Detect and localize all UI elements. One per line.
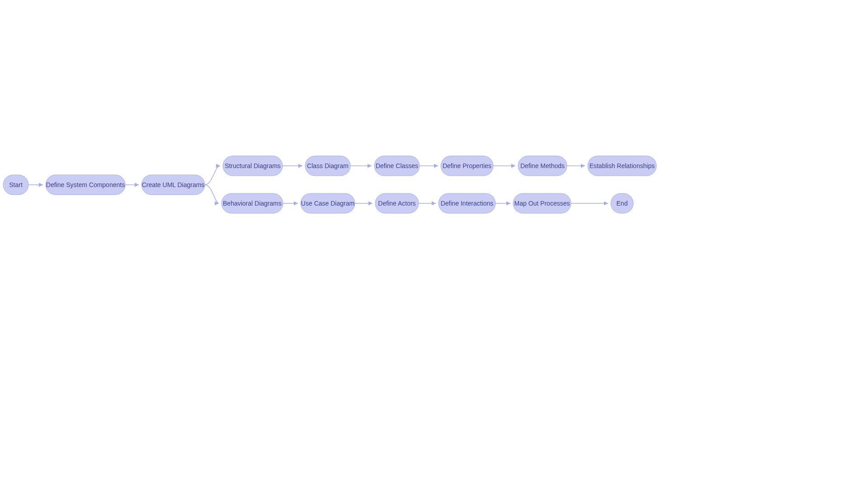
node-structural[interactable]: Structural Diagrams (223, 156, 283, 176)
node-label: Define Methods (520, 162, 565, 169)
node-def-props[interactable]: Define Properties (441, 156, 493, 176)
node-label: Behavioral Diagrams (223, 200, 282, 207)
node-label: Define Interactions (441, 200, 494, 207)
node-label: Structural Diagrams (225, 162, 281, 169)
node-def-methods[interactable]: Define Methods (518, 156, 567, 176)
node-label: Class Diagram (307, 162, 349, 169)
node-create-uml[interactable]: Create UML Diagrams (142, 175, 205, 195)
node-label: Define Properties (443, 162, 491, 169)
flowchart-diagram: StartDefine System ComponentsCreate UML … (0, 0, 868, 488)
node-def-classes[interactable]: Define Classes (374, 156, 420, 176)
node-label: Define Classes (376, 162, 418, 169)
node-class-diag[interactable]: Class Diagram (305, 156, 350, 176)
node-usecase-diag[interactable]: Use Case Diagram (301, 193, 355, 213)
node-establish[interactable]: Establish Relationships (588, 156, 656, 176)
node-label: Create UML Diagrams (142, 181, 205, 188)
edge-create-uml-to-structural (205, 166, 220, 185)
node-behavioral[interactable]: Behavioral Diagrams (222, 193, 283, 213)
nodes-layer: StartDefine System ComponentsCreate UML … (3, 156, 656, 213)
node-start[interactable]: Start (3, 175, 28, 195)
node-map-proc[interactable]: Map Out Processes (513, 193, 571, 213)
node-def-actors[interactable]: Define Actors (375, 193, 419, 213)
node-label: Use Case Diagram (301, 200, 354, 207)
node-label: Establish Relationships (590, 162, 655, 169)
node-label: Define Actors (378, 200, 415, 207)
node-define-sys[interactable]: Define System Components (46, 175, 125, 195)
node-label: Define System Components (46, 181, 125, 188)
node-label: End (617, 200, 628, 207)
node-label: Start (9, 181, 23, 188)
node-def-inter[interactable]: Define Interactions (439, 193, 495, 213)
node-label: Map Out Processes (514, 200, 570, 207)
node-end[interactable]: End (611, 193, 633, 213)
edge-create-uml-to-behavioral (205, 185, 219, 203)
